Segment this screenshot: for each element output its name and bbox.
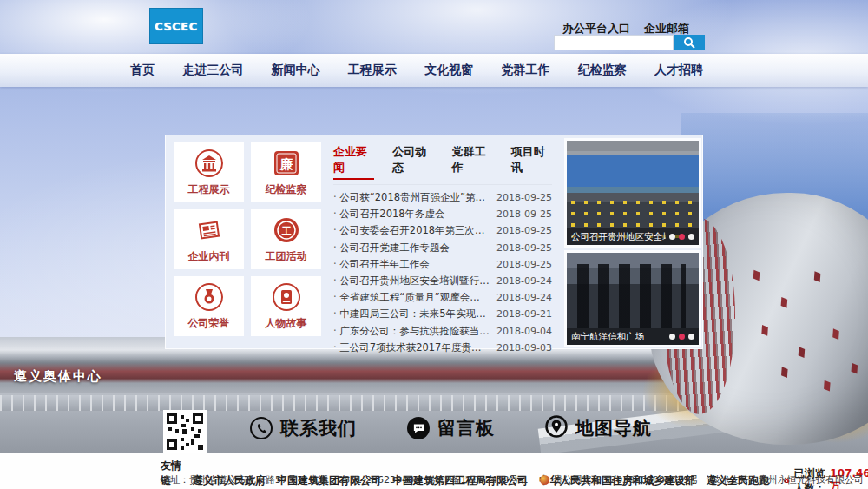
footer-support-link[interactable]: 贵州永恒光科技有限公司 <box>759 474 864 486</box>
person-icon <box>271 281 302 313</box>
quick-link-label: 企业内刊 <box>188 249 230 264</box>
quick-link-label: 纪检监察 <box>266 182 307 197</box>
news-row-0[interactable]: 公司获“2018贵州百强企业”第18位2018-09-25 <box>333 189 552 206</box>
quick-link-label: 工程展示 <box>188 182 230 197</box>
qr-code-pattern <box>165 412 205 452</box>
footer-security: 贵公网安备 52030202001029号 <box>540 473 698 486</box>
news-row-9[interactable]: 三公司7项技术获2017年度贵州省级工法2018-09-03 <box>333 340 552 356</box>
carousel-dot-1[interactable] <box>679 334 685 340</box>
news-row-1[interactable]: 公司召开2018年务虚会2018-09-25 <box>333 206 552 222</box>
contact-strip: 联系我们留言板地图导航 <box>250 415 652 441</box>
company-logo[interactable]: CSCEC <box>149 8 203 44</box>
nav-item-4[interactable]: 文化视窗 <box>424 63 473 78</box>
news-row-8[interactable]: 广东分公司：参与抗洪抢险获当地政府表彰2018-09-04 <box>333 323 552 340</box>
footer-support: 技术支持：贵州永恒光科技有限公司 <box>711 473 864 486</box>
quick-link-5[interactable]: 人物故事 <box>251 276 321 336</box>
quick-links-panel: 工程展示廉纪检监察企业内刊工工团活动公司荣誉人物故事 <box>166 135 321 348</box>
footer-address: 地址：贵州省遵义市北京路57号 <box>161 473 297 486</box>
news-date: 2018-09-25 <box>496 225 552 236</box>
footer-icp-link[interactable]: 黔ICP备17005413号-1 <box>426 473 529 486</box>
news-title: 三公司7项技术获2017年度贵州省级工法 <box>333 341 490 354</box>
message-icon <box>407 417 430 439</box>
news-tab-2[interactable]: 党群工作 <box>452 144 493 180</box>
news-panel: 企业要闻公司动态党群工作项目时讯 公司获“2018贵州百强企业”第18位2018… <box>321 135 562 348</box>
medal-icon <box>194 281 225 313</box>
news-date: 2018-09-21 <box>496 308 552 320</box>
carousel-dot-2[interactable] <box>688 234 694 240</box>
nav-item-5[interactable]: 党群工作 <box>501 63 549 78</box>
news-row-5[interactable]: 公司召开贵州地区安全培训暨行为安全之星表彰会2018-09-24 <box>333 273 552 289</box>
contact-label: 联系我们 <box>280 416 357 440</box>
quick-link-3[interactable]: 工工团活动 <box>251 209 321 269</box>
carousel-dots <box>669 234 694 240</box>
footer-info-line: 地址：贵州省遵义市北京路57号 电话：0851-28623940 黔ICP备17… <box>161 473 868 486</box>
carousel-caption: 南宁航洋信和广场 <box>571 331 666 343</box>
page: CSCEC 办公平台入口企业邮箱 首页走进三公司新闻中心工程展示文化视窗党群工作… <box>0 0 868 489</box>
carousel-caption-bar: 公司召开贵州地区安全培训暨... <box>567 228 699 245</box>
footer-security-link[interactable]: 贵公网安备 52030202001029号 <box>553 473 698 486</box>
newspaper-icon <box>194 215 225 246</box>
news-title: 公司召开贵州地区安全培训暨行为安全之星表彰会 <box>333 274 490 287</box>
quick-link-label: 工团活动 <box>266 249 307 264</box>
news-title: 公司召开党建工作专题会 <box>333 241 490 254</box>
news-row-2[interactable]: 公司安委会召开2018年第三次会议2018-09-25 <box>333 222 552 239</box>
news-tabs: 企业要闻公司动态党群工作项目时讯 <box>333 144 552 185</box>
contact-item-0[interactable]: 联系我们 <box>250 416 357 440</box>
news-title: 广东分公司：参与抗洪抢险获当地政府表彰 <box>333 325 490 338</box>
carousel-dot-1[interactable] <box>679 234 685 240</box>
security-badge-icon <box>540 475 549 485</box>
carousel-caption-bar: 南宁航洋信和广场 <box>567 328 699 345</box>
main-nav-items: 首页走进三公司新闻中心工程展示文化视窗党群工作纪检监察人才招聘 <box>130 63 703 78</box>
quick-link-4[interactable]: 公司荣誉 <box>174 276 244 336</box>
news-date: 2018-09-24 <box>496 275 552 287</box>
photo-gymnasium-accents <box>753 270 760 281</box>
carousel-dot-0[interactable] <box>669 334 675 340</box>
news-row-6[interactable]: 全省建筑工程“质量月”观摩会在遵辛福苑项目举行2018-09-24 <box>333 289 552 306</box>
seal-icon: 廉 <box>271 148 302 179</box>
svg-text:廉: 廉 <box>279 156 293 172</box>
contact-item-1[interactable]: 留言板 <box>407 416 495 440</box>
news-title: 中建四局三公司：未来5年实现人工智能进入可装配式建筑 <box>333 307 490 320</box>
content-panel: 工程展示廉纪检监察企业内刊工工团活动公司荣誉人物故事 企业要闻公司动态党群工作项… <box>165 135 703 349</box>
carousel-dot-2[interactable] <box>688 334 694 340</box>
quick-link-1[interactable]: 廉纪检监察 <box>251 142 321 202</box>
news-tab-3[interactable]: 项目时讯 <box>511 144 552 180</box>
nav-item-2[interactable]: 新闻中心 <box>272 63 320 78</box>
news-tab-1[interactable]: 公司动态 <box>392 144 433 180</box>
news-date: 2018-09-04 <box>496 326 552 337</box>
news-date: 2018-09-03 <box>496 342 552 354</box>
news-row-7[interactable]: 中建四局三公司：未来5年实现人工智能进入可装配式建筑2018-09-21 <box>333 306 552 322</box>
svg-text:工: 工 <box>281 226 291 237</box>
qr-code <box>163 410 207 453</box>
stadium-name-label: 遵义奥体中心 <box>14 368 102 385</box>
footer: 友情链接： 遵义市人民政府中国建筑集团有限公司中国建筑第四工程局有限公司中华人民… <box>0 453 868 489</box>
phone-icon <box>250 417 273 439</box>
nav-item-1[interactable]: 走进三公司 <box>182 63 243 78</box>
news-tab-0[interactable]: 企业要闻 <box>333 144 374 180</box>
carousel-project[interactable]: 南宁航洋信和广场 <box>564 250 701 347</box>
nav-item-3[interactable]: 工程展示 <box>348 63 397 78</box>
carousel-safety-training[interactable]: 公司召开贵州地区安全培训暨... <box>564 138 701 248</box>
contact-item-2[interactable]: 地图导航 <box>545 415 652 441</box>
search-button[interactable] <box>674 35 705 50</box>
news-date: 2018-09-25 <box>496 208 552 220</box>
carousel-dot-0[interactable] <box>669 234 675 240</box>
contact-label: 留言板 <box>437 416 495 440</box>
nav-item-7[interactable]: 人才招聘 <box>654 63 703 78</box>
footer-support-label: 技术支持： <box>711 474 759 486</box>
contact-label: 地图导航 <box>575 416 652 440</box>
news-row-3[interactable]: 公司召开党建工作专题会2018-09-25 <box>333 240 552 256</box>
map-pin-icon <box>545 415 568 441</box>
carousel-dots <box>669 334 694 340</box>
quick-link-2[interactable]: 企业内刊 <box>174 209 244 269</box>
footer-phone: 电话：0851-28623940 <box>309 473 414 486</box>
news-row-4[interactable]: 公司召开半年工作会2018-09-25 <box>333 256 552 273</box>
search-input[interactable] <box>554 35 674 50</box>
company-logo-text: CSCEC <box>155 20 198 33</box>
quick-link-label: 人物故事 <box>266 316 307 331</box>
quick-link-0[interactable]: 工程展示 <box>174 142 244 202</box>
main-nav: 首页走进三公司新闻中心工程展示文化视窗党群工作纪检监察人才招聘 <box>0 54 868 87</box>
nav-item-0[interactable]: 首页 <box>130 63 155 78</box>
nav-item-6[interactable]: 纪检监察 <box>578 63 627 78</box>
search-bar <box>554 35 705 50</box>
